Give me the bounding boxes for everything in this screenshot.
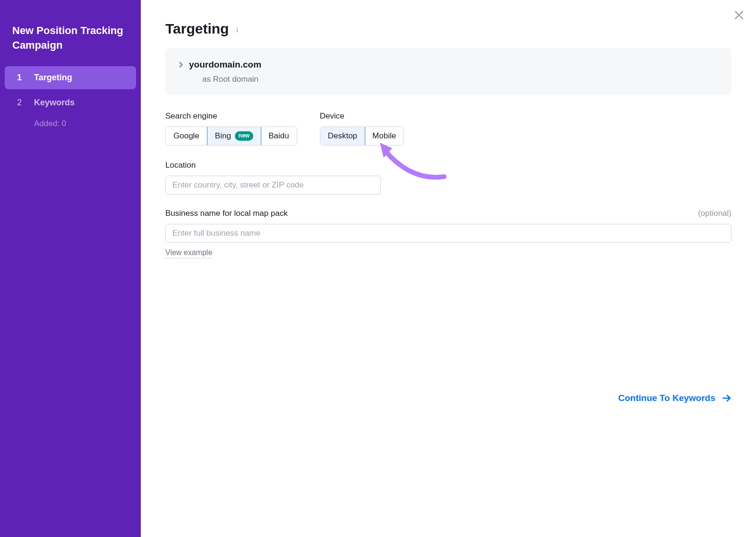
page-title: Targeting xyxy=(165,21,229,37)
view-example-link[interactable]: View example xyxy=(165,248,212,258)
step-label: Targeting xyxy=(34,73,72,83)
svg-rect-3 xyxy=(237,30,238,32)
arrow-right-icon xyxy=(722,394,731,402)
step-number: 1 xyxy=(17,73,34,83)
device-desktop[interactable]: Desktop xyxy=(320,127,365,145)
close-button[interactable] xyxy=(732,9,746,22)
wizard-sidebar: New Position Tracking Campaign 1 Targeti… xyxy=(0,0,141,537)
domain-card[interactable]: yourdomain.com as Root domain xyxy=(165,48,731,95)
step-number: 2 xyxy=(17,98,34,108)
wizard-title: New Position Tracking Campaign xyxy=(0,24,141,66)
device-label: Device xyxy=(320,111,404,121)
sidebar-step-keywords[interactable]: 2 Keywords xyxy=(5,91,136,114)
device-selector: Desktop Mobile xyxy=(320,127,404,145)
optional-label: (optional) xyxy=(698,209,731,218)
search-engine-label: Search engine xyxy=(165,111,297,121)
continue-label: Continue To Keywords xyxy=(619,393,715,403)
segment-label: Bing xyxy=(215,131,231,141)
location-input[interactable] xyxy=(165,176,381,195)
business-name-label: Business name for local map pack xyxy=(165,209,288,218)
search-engine-baidu[interactable]: Baidu xyxy=(261,127,296,145)
info-icon[interactable] xyxy=(233,26,241,34)
sidebar-step-targeting[interactable]: 1 Targeting xyxy=(5,66,136,89)
location-label: Location xyxy=(165,161,731,170)
svg-point-2 xyxy=(237,28,238,29)
business-name-input[interactable] xyxy=(165,224,731,243)
main-content: Targeting yourdomain.com as Root domain xyxy=(141,0,756,537)
close-icon xyxy=(733,9,745,21)
step-label: Keywords xyxy=(34,98,75,108)
search-engine-selector: Google Bing new Baidu xyxy=(165,127,297,145)
search-engine-bing[interactable]: Bing new xyxy=(207,127,261,145)
continue-button[interactable]: Continue To Keywords xyxy=(619,393,731,403)
domain-type-label: as Root domain xyxy=(202,75,718,84)
domain-name: yourdomain.com xyxy=(189,60,261,70)
chevron-right-icon xyxy=(179,61,183,68)
new-badge: new xyxy=(235,131,253,141)
keywords-added-count: Added: 0 xyxy=(0,116,141,128)
search-engine-google[interactable]: Google xyxy=(166,127,207,145)
device-mobile[interactable]: Mobile xyxy=(365,127,404,145)
